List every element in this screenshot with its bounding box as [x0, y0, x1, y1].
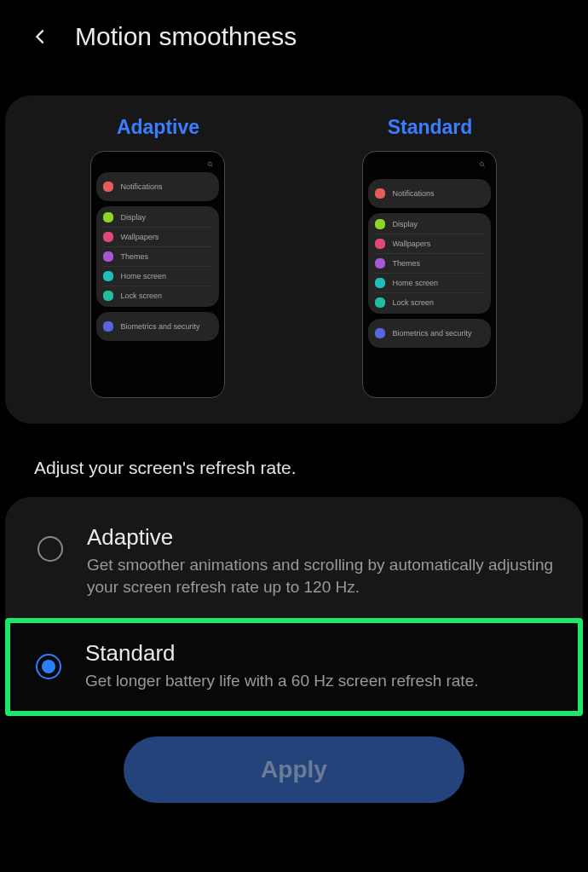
preview-standard-label: Standard: [388, 116, 473, 139]
preview-item: Biometrics and security: [96, 312, 219, 341]
preview-item-group: Display Wallpapers Themes Home screen Lo…: [96, 206, 219, 307]
option-content: Adaptive Get smoother animations and scr…: [87, 524, 557, 598]
themes-icon: [375, 258, 385, 269]
notifications-icon: [103, 182, 113, 192]
chevron-left-icon: [31, 27, 49, 46]
svg-point-0: [209, 162, 212, 165]
wallpapers-icon: [375, 239, 385, 249]
highlight-box: Standard Get longer battery life with a …: [5, 618, 583, 716]
lock-icon: [103, 291, 113, 301]
preview-item-group: Display Wallpapers Themes Home screen Lo…: [368, 213, 491, 314]
option-adaptive[interactable]: Adaptive Get smoother animations and scr…: [5, 504, 583, 618]
search-icon: [479, 161, 486, 168]
home-icon: [103, 271, 113, 281]
option-content: Standard Get longer battery life with a …: [85, 640, 479, 692]
themes-icon: [103, 251, 113, 262]
radio-adaptive[interactable]: [37, 536, 63, 562]
preview-adaptive-label: Adaptive: [117, 116, 199, 139]
page-title: Motion smoothness: [75, 22, 297, 51]
preview-item: Notifications: [96, 172, 219, 201]
option-standard[interactable]: Standard Get longer battery life with a …: [10, 623, 578, 711]
svg-line-1: [211, 165, 213, 167]
preview-item: Notifications: [368, 179, 491, 208]
preview-standard: Standard Notifications Display Wallpaper…: [299, 116, 560, 398]
option-standard-title: Standard: [85, 640, 479, 667]
preview-adaptive: Adaptive Notifications Display Wallpaper…: [27, 116, 288, 398]
display-icon: [375, 219, 385, 229]
apply-button[interactable]: Apply: [124, 736, 464, 803]
radio-dot-icon: [42, 660, 55, 673]
preview-card: Adaptive Notifications Display Wallpaper…: [5, 95, 583, 424]
preview-search-icon-wrap: [96, 157, 219, 172]
section-label: Adjust your screen's refresh rate.: [0, 424, 588, 497]
biometrics-icon: [103, 321, 113, 332]
biometrics-icon: [375, 328, 385, 338]
preview-item: Biometrics and security: [368, 319, 491, 348]
notifications-icon: [375, 188, 385, 199]
svg-line-3: [483, 165, 485, 167]
preview-phone-adaptive: Notifications Display Wallpapers Themes …: [90, 151, 225, 398]
apply-wrap: Apply: [0, 736, 588, 803]
back-button[interactable]: [31, 27, 49, 46]
svg-point-2: [481, 162, 484, 165]
option-adaptive-desc: Get smoother animations and scrolling by…: [87, 554, 557, 598]
header: Motion smoothness: [0, 0, 588, 72]
option-adaptive-title: Adaptive: [87, 524, 557, 551]
lock-icon: [375, 297, 385, 308]
wallpapers-icon: [103, 232, 113, 242]
home-icon: [375, 278, 385, 288]
preview-search-icon-wrap: [368, 157, 491, 172]
preview-phone-standard: Notifications Display Wallpapers Themes …: [362, 151, 497, 398]
option-standard-desc: Get longer battery life with a 60 Hz scr…: [85, 670, 479, 692]
radio-standard[interactable]: [36, 654, 61, 679]
search-icon: [207, 161, 214, 168]
options-card: Adaptive Get smoother animations and scr…: [5, 497, 583, 618]
display-icon: [103, 212, 113, 222]
